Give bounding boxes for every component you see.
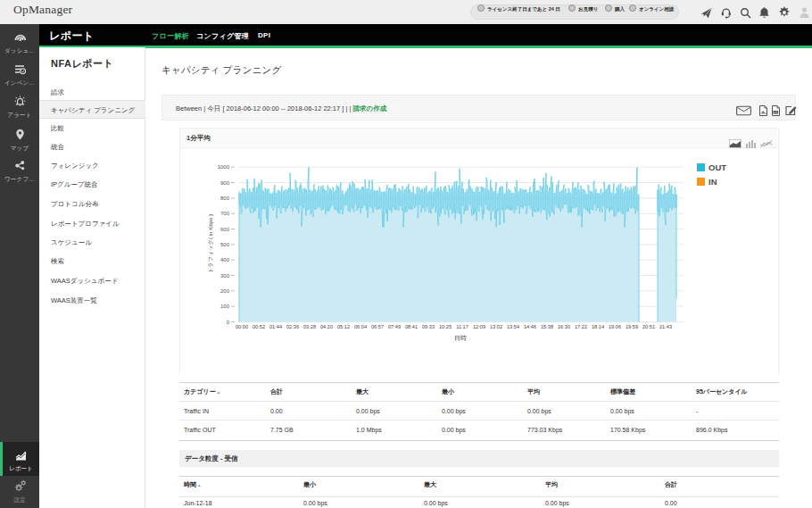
svg-text:日時: 日時 (454, 335, 467, 342)
svg-text:900: 900 (220, 180, 230, 186)
svg-text:20:51: 20:51 (642, 324, 655, 329)
svg-text:17:22: 17:22 (575, 324, 587, 329)
svg-text:00:52: 00:52 (253, 324, 265, 329)
svg-text:16:30: 16:30 (558, 324, 570, 329)
svg-text:10:25: 10:25 (439, 324, 452, 329)
svg-text:13:54: 13:54 (507, 324, 519, 329)
svg-text:19:06: 19:06 (609, 324, 621, 329)
svg-text:01:44: 01:44 (269, 324, 282, 329)
svg-text:1000: 1000 (218, 164, 230, 170)
svg-text:09:33: 09:33 (422, 324, 435, 329)
svg-text:500: 500 (220, 242, 230, 247)
svg-text:11:17: 11:17 (456, 324, 468, 329)
svg-text:03:28: 03:28 (303, 324, 316, 329)
svg-text:IN: IN (708, 177, 717, 187)
svg-text:400: 400 (220, 257, 230, 262)
svg-text:12:09: 12:09 (473, 324, 485, 329)
svg-text:15:38: 15:38 (541, 324, 553, 329)
svg-text:19:59: 19:59 (626, 324, 638, 329)
svg-text:06:04: 06:04 (354, 324, 367, 329)
svg-text:300: 300 (220, 273, 230, 279)
svg-text:700: 700 (220, 211, 230, 216)
svg-text:18:14: 18:14 (592, 324, 604, 329)
svg-text:OUT: OUT (708, 162, 726, 172)
svg-text:トラフィック( in Kbps ): トラフィック( in Kbps ) (207, 214, 213, 273)
svg-text:00:00: 00:00 (236, 324, 248, 329)
svg-text:05:12: 05:12 (337, 324, 350, 329)
svg-text:21:43: 21:43 (659, 324, 672, 329)
svg-text:14:46: 14:46 (524, 324, 536, 329)
svg-text:600: 600 (220, 227, 230, 232)
svg-text:13:02: 13:02 (490, 324, 502, 329)
svg-text:0: 0 (227, 320, 230, 325)
svg-text:08:41: 08:41 (405, 324, 418, 329)
svg-text:02:36: 02:36 (286, 324, 299, 329)
svg-text:800: 800 (220, 196, 230, 201)
svg-text:06:57: 06:57 (371, 324, 384, 329)
svg-text:100: 100 (220, 304, 230, 309)
svg-text:07:49: 07:49 (388, 324, 401, 329)
svg-text:04:20: 04:20 (320, 324, 333, 329)
svg-text:200: 200 (220, 288, 230, 294)
